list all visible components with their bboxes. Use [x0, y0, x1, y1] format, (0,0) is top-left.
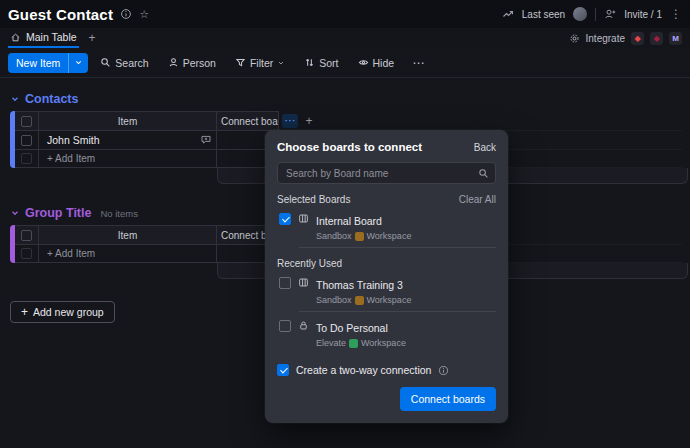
connect-boards-button[interactable]: Connect boards: [400, 387, 496, 411]
back-button[interactable]: Back: [474, 142, 496, 153]
board-name: To Do Personal: [316, 322, 388, 334]
filter-button[interactable]: Filter: [228, 54, 292, 72]
group-header-contacts: Contacts: [10, 92, 690, 106]
workspace-name: Elevate: [316, 338, 346, 348]
two-way-checkbox-checked[interactable]: [277, 364, 289, 376]
workspace-label: Workspace: [367, 295, 412, 305]
group-title[interactable]: Contacts: [25, 92, 78, 106]
invite-person-icon: [604, 8, 616, 20]
board-search-box[interactable]: [277, 162, 496, 184]
add-view-button[interactable]: +: [89, 31, 96, 45]
app-window: Guest Contact ☆ Last seen Invite / 1 ⋮: [0, 0, 690, 448]
favorite-star-icon[interactable]: ☆: [139, 9, 149, 20]
add-column-button[interactable]: +: [301, 114, 317, 128]
header-extras: ⋯ +: [279, 111, 317, 131]
tab-main-table[interactable]: Main Table: [8, 28, 79, 48]
select-all-cell[interactable]: [15, 111, 39, 131]
board-list-item[interactable]: Thomas Training 3 Sandbox Workspace: [277, 269, 496, 311]
workspace-name: Sandbox: [316, 231, 352, 241]
integration-app-icon-1[interactable]: ◆: [631, 32, 644, 45]
table-header-row: Item Connect boar... ⋯ +: [10, 111, 682, 131]
item-name-cell[interactable]: John Smith: [39, 131, 217, 150]
connect-column-header[interactable]: Connect boar...: [217, 111, 279, 131]
eye-icon: [358, 57, 369, 68]
search-button[interactable]: Search: [93, 54, 155, 72]
board-list-item[interactable]: Internal Board Sandbox Workspace: [277, 205, 496, 247]
chevron-down-icon[interactable]: [69, 58, 88, 67]
selected-boards-label: Selected Boards: [277, 194, 350, 205]
last-seen-label: Last seen: [522, 9, 565, 20]
board-checkbox-checked[interactable]: [279, 213, 291, 225]
add-new-group-button[interactable]: + Add new group: [10, 301, 115, 323]
search-icon: [100, 57, 111, 68]
person-filter-button[interactable]: Person: [161, 54, 223, 72]
person-label: Person: [183, 57, 216, 69]
hide-label: Hide: [373, 57, 395, 69]
row-select-cell: [15, 150, 39, 168]
integrate-button[interactable]: Integrate: [586, 33, 625, 44]
view-tab-bar: Main Table + Integrate ◆ ◆ M: [0, 28, 690, 48]
new-item-button[interactable]: New Item: [8, 53, 88, 73]
sort-label: Sort: [319, 57, 338, 69]
board-checkbox[interactable]: [279, 320, 291, 332]
workspace-label: Workspace: [367, 231, 412, 241]
item-column-header[interactable]: Item: [39, 111, 217, 131]
invite-button[interactable]: Invite / 1: [624, 9, 662, 20]
select-all-checkbox[interactable]: [21, 116, 32, 127]
home-icon: [10, 32, 21, 43]
integration-app-icon-3[interactable]: M: [669, 32, 682, 45]
row-checkbox[interactable]: [21, 135, 32, 146]
board-search-input[interactable]: [284, 167, 478, 180]
integration-app-icon-2[interactable]: ◆: [650, 32, 663, 45]
select-all-cell[interactable]: [15, 225, 39, 245]
workspace-name: Sandbox: [316, 295, 352, 305]
more-menu-icon[interactable]: ⋮: [670, 7, 682, 21]
workspace-label: Workspace: [361, 338, 406, 348]
gear-icon: [569, 33, 580, 44]
recently-used-label: Recently Used: [277, 258, 342, 269]
board-icon: [298, 213, 309, 224]
two-way-connection-row[interactable]: Create a two-way connection: [277, 364, 496, 376]
board-checkbox[interactable]: [279, 277, 291, 289]
sort-icon: [304, 57, 315, 68]
board-list-item[interactable]: To Do Personal Elevate Workspace: [277, 312, 496, 354]
clear-all-button[interactable]: Clear All: [459, 194, 496, 205]
add-item-label[interactable]: + Add Item: [39, 150, 217, 168]
workspace-avatar: [355, 296, 364, 305]
board-toolbar: New Item Search Person Filter Sort Hide: [0, 48, 690, 78]
divider: [595, 8, 596, 21]
divider: [299, 247, 496, 248]
choose-boards-dialog: Choose boards to connect Back Selected B…: [265, 130, 508, 423]
workspace-avatar: [349, 339, 358, 348]
item-name: John Smith: [47, 134, 100, 146]
hide-button[interactable]: Hide: [351, 54, 402, 72]
conversation-bubble-icon[interactable]: [200, 134, 212, 146]
avatar[interactable]: [573, 7, 587, 21]
plus-icon: +: [21, 306, 28, 318]
workspace-avatar: [355, 232, 364, 241]
top-bar: Guest Contact ☆ Last seen Invite / 1 ⋮: [0, 0, 690, 28]
page-title: Guest Contact: [8, 6, 113, 23]
item-column-header[interactable]: Item: [39, 225, 217, 245]
row-filler: [317, 111, 682, 131]
sort-button[interactable]: Sort: [297, 54, 345, 72]
board-name: Thomas Training 3: [316, 279, 403, 291]
info-icon[interactable]: [438, 365, 449, 376]
row-checkbox: [21, 248, 32, 259]
add-item-label[interactable]: + Add Item: [39, 245, 217, 263]
group-title[interactable]: Group Title: [25, 206, 91, 220]
toolbar-more-icon[interactable]: ⋯: [406, 56, 430, 70]
select-all-checkbox[interactable]: [21, 230, 32, 241]
new-item-label: New Item: [8, 57, 68, 69]
board-name: Internal Board: [316, 215, 382, 227]
lock-icon: [298, 320, 309, 331]
chevron-down-icon[interactable]: [277, 59, 285, 67]
column-menu-icon[interactable]: ⋯: [282, 114, 298, 128]
info-icon[interactable]: [120, 8, 132, 20]
row-select-cell[interactable]: [15, 131, 39, 150]
dialog-title: Choose boards to connect: [277, 141, 422, 153]
collapse-chevron-icon[interactable]: [10, 208, 20, 218]
empty-group-label: No items: [100, 208, 137, 219]
activity-icon[interactable]: [502, 8, 514, 20]
collapse-chevron-icon[interactable]: [10, 94, 20, 104]
